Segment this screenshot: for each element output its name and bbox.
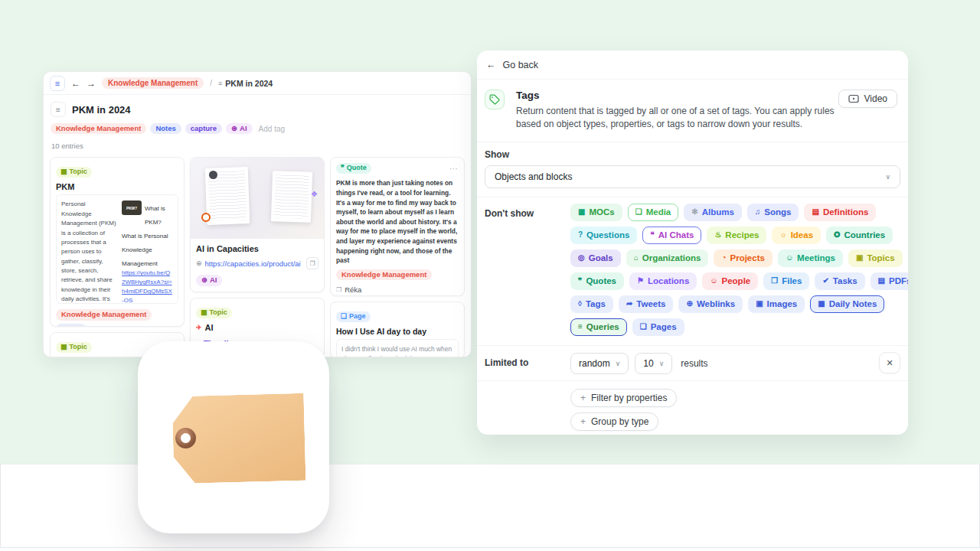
video-embed[interactable]: PKM? What is PKM? What is Personal Knowl…: [122, 200, 173, 298]
grid-icon: ▦: [578, 208, 585, 216]
order-select[interactable]: random ∨: [570, 353, 629, 374]
plus-icon: +: [580, 416, 586, 427]
chip-tweets[interactable]: ➦Tweets: [619, 295, 674, 313]
card-weblink[interactable]: ❖ AI in Capacities ⊕ https://capacities.…: [190, 157, 325, 292]
breadcrumb-current[interactable]: ≡ PKM in 2024: [218, 79, 273, 88]
card-pkm-topic[interactable]: ▦Topic PKM Personal Knowledge Management…: [50, 157, 185, 327]
video-button[interactable]: Video: [838, 90, 897, 108]
cards-grid: ▦Topic PKM Personal Knowledge Management…: [44, 151, 471, 357]
check-icon: ✔: [822, 277, 828, 285]
chip-pages[interactable]: ❏Pages: [632, 318, 684, 336]
chip-tasks[interactable]: ✔Tasks: [815, 272, 864, 290]
chip-label: Recipes: [725, 231, 759, 240]
chip-pdfs[interactable]: ▤PDFs: [871, 272, 908, 290]
music-note-icon: ♫: [755, 208, 761, 216]
chip-questions[interactable]: ?Questions: [570, 227, 637, 244]
go-back-button[interactable]: ← Go back: [477, 51, 908, 80]
chip-topics[interactable]: ▣Topics: [848, 249, 903, 267]
card-page[interactable]: ❏Page How I Use AI day to day I didn't t…: [330, 302, 465, 357]
group-by-type-label: Group by type: [591, 416, 648, 427]
chip-tags[interactable]: ◊Tags: [570, 295, 613, 313]
book-icon: ▤: [812, 208, 818, 216]
pin-icon: ⚑: [637, 277, 644, 285]
count-select[interactable]: 10 ∨: [635, 353, 672, 374]
chip-organizations[interactable]: ⌂Organizations: [626, 249, 709, 267]
squares-icon: ▣: [856, 254, 863, 262]
chip-ideas[interactable]: ☼Ideas: [772, 227, 821, 244]
limited-to-section: Limited to random ∨ 10 ∨ results ✕: [477, 346, 908, 381]
chip-countries[interactable]: ✪Countries: [826, 227, 893, 244]
group-by-type-button[interactable]: + Group by type: [570, 412, 658, 431]
chip-label: Quotes: [586, 277, 616, 286]
chip-media[interactable]: ❏Media: [628, 204, 679, 221]
forward-button[interactable]: →: [87, 78, 96, 89]
chip-songs[interactable]: ♫Songs: [747, 204, 799, 221]
chip-label: Queries: [586, 323, 619, 332]
embedded-note[interactable]: Personal Knowledge Management (PKM) is a…: [56, 194, 178, 304]
quote-icon: ❞: [578, 277, 582, 285]
filter-by-properties-button[interactable]: + Filter by properties: [570, 389, 677, 407]
chip-ai[interactable]: ⊛AI: [196, 275, 222, 285]
video-link[interactable]: https://youtu.be/Q2WBHyqRsxA?si=h4miDFDg…: [122, 269, 173, 304]
chip-people[interactable]: ☺People: [702, 272, 758, 290]
chip-meetings[interactable]: ☺Meetings: [778, 249, 843, 267]
chip-images[interactable]: ▣Images: [748, 295, 805, 313]
screen: ≡ ← → Knowledge Management / ≡ PKM in 20…: [0, 0, 980, 551]
chip-label: Organizations: [642, 254, 701, 263]
chip-row: ❞Quotes⚑Locations☺People❒Files✔Tasks▤PDF…: [570, 272, 908, 290]
weblink-url[interactable]: https://capacities.io/product/ai: [205, 259, 303, 268]
remove-limit-button[interactable]: ✕: [879, 352, 900, 373]
chip-row: ?Questions❝AI Chats♨Recipes☼Ideas✪Countr…: [570, 227, 908, 244]
person-card-icon: ❒: [336, 286, 341, 293]
quote-author[interactable]: ❒ Réka: [336, 285, 459, 294]
chip-label: Albums: [702, 208, 734, 217]
chip-ai[interactable]: ⊛AI: [226, 123, 252, 134]
copy-link-button[interactable]: ❐: [306, 257, 318, 269]
card-tags: Knowledge Management: [336, 269, 459, 280]
add-tag-button[interactable]: Add tag: [259, 125, 285, 133]
topic-badge: Topic: [70, 344, 87, 351]
chip-ai-chats[interactable]: ❝AI Chats: [642, 227, 701, 244]
chip-label: Locations: [648, 277, 689, 286]
chevron-down-icon: ∨: [616, 360, 621, 367]
favicon-icon: ⊕: [196, 259, 202, 267]
chip-knowledge-management[interactable]: Knowledge Management: [56, 309, 152, 320]
card-quote[interactable]: ❞Quote ⋯ PKM is more than just taking no…: [330, 157, 465, 296]
chip-locations[interactable]: ⚑Locations: [629, 272, 697, 290]
chip-label: MOCs: [589, 208, 614, 217]
sidebar-toggle-button[interactable]: ≡: [50, 76, 65, 91]
pie-chart-icon: ◔: [721, 254, 726, 262]
page-icon: ❏: [640, 323, 647, 331]
chevron-down-icon: ∨: [885, 173, 890, 181]
show-select[interactable]: Objects and blocks ∨: [485, 165, 900, 188]
dont-show-chips: ▦MOCs❏Media✻Albums♫Songs▤Definitions?Que…: [570, 204, 908, 336]
back-button[interactable]: ←: [71, 78, 80, 89]
show-section: Show Objects and blocks ∨: [477, 142, 908, 197]
chip-mocs[interactable]: ▦MOCs: [570, 204, 622, 221]
chip-knowledge-management[interactable]: Knowledge Management: [336, 269, 432, 280]
chip-notes[interactable]: Notes: [150, 123, 181, 134]
go-back-label: Go back: [503, 60, 539, 70]
dont-show-section: Don't show ▦MOCs❏Media✻Albums♫Songs▤Defi…: [477, 197, 908, 346]
ai-icon: ⊛: [231, 125, 237, 132]
chip-row: ◊Tags➦Tweets⊕Weblinks▣Images▦Daily Notes: [570, 295, 908, 313]
chip-albums[interactable]: ✻Albums: [684, 204, 742, 221]
chip-daily-notes[interactable]: ▦Daily Notes: [810, 295, 884, 313]
chip-queries[interactable]: ≡Queries: [570, 318, 627, 336]
card-menu-button[interactable]: ⋯: [449, 164, 459, 174]
chip-weblinks[interactable]: ⊕Weblinks: [678, 295, 743, 313]
note-text: Personal Knowledge Management (PKM) is a…: [61, 200, 116, 298]
chip-capture[interactable]: capture: [185, 123, 222, 134]
chip-recipes[interactable]: ♨Recipes: [707, 227, 766, 244]
chip-definitions[interactable]: ▤Definitions: [804, 204, 876, 221]
chip-goals[interactable]: ◎Goals: [570, 249, 621, 267]
chip-projects[interactable]: ◔Projects: [714, 249, 772, 267]
chip-label: Definitions: [823, 208, 868, 217]
chip-files[interactable]: ❒Files: [763, 272, 809, 290]
chip-knowledge-management[interactable]: Knowledge Management: [51, 123, 146, 134]
building-icon: ⌂: [634, 254, 639, 262]
chip-quotes[interactable]: ❞Quotes: [570, 272, 624, 290]
chip-notes[interactable]: Notes: [56, 324, 87, 328]
breadcrumb-tag[interactable]: Knowledge Management: [102, 77, 204, 89]
breadcrumb-separator: /: [210, 79, 212, 87]
